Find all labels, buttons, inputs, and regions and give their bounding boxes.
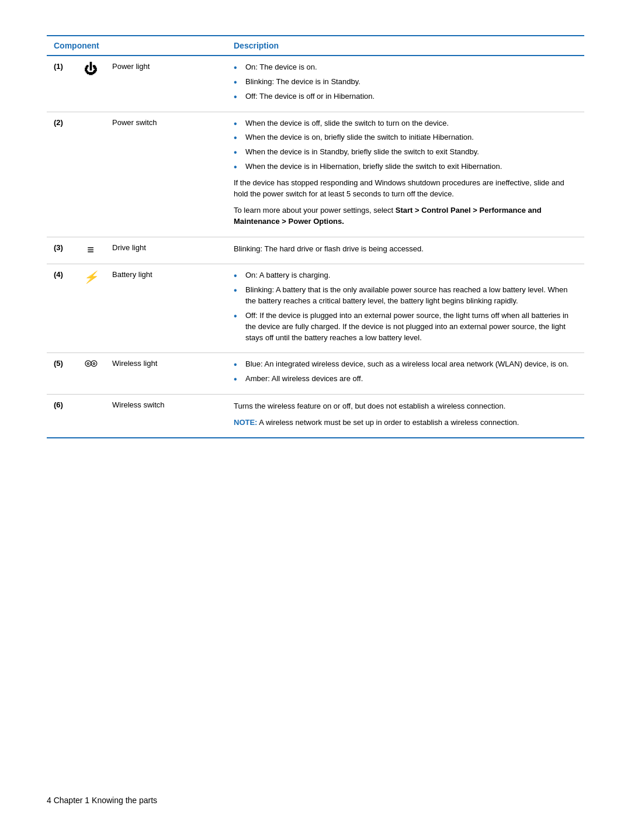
table-row: (1)⏻Power lightOn: The device is on.Blin… bbox=[47, 56, 584, 112]
row-number: (6) bbox=[47, 395, 76, 438]
table-row: (5)⦾⦾Wireless lightBlue: An integrated w… bbox=[47, 353, 584, 395]
row-number: (1) bbox=[47, 56, 76, 112]
row-icon-cell: ≡ bbox=[76, 237, 105, 264]
row-description: When the device is off, slide the switch… bbox=[222, 112, 584, 237]
row-number: (3) bbox=[47, 237, 76, 264]
row-number: (4) bbox=[47, 264, 76, 353]
row-icon-cell: ⏻ bbox=[76, 56, 105, 112]
list-item: Blinking: A battery that is the only ava… bbox=[234, 285, 577, 307]
note-text: NOTE: A wireless network must be set up … bbox=[234, 417, 577, 428]
description-header: Description bbox=[222, 36, 584, 56]
row-description: Blue: An integrated wireless device, suc… bbox=[222, 353, 584, 395]
row-description: Turns the wireless feature on or off, bu… bbox=[222, 395, 584, 438]
row-component-name: Power switch bbox=[105, 112, 222, 237]
row-icon-cell: ⚡ bbox=[76, 264, 105, 353]
row-description: Blinking: The hard drive or flash drive … bbox=[222, 237, 584, 264]
wireless-icon: ⦾⦾ bbox=[85, 359, 96, 368]
list-item: On: The device is on. bbox=[234, 62, 577, 73]
bold-text: Start > Control Panel > Performance and … bbox=[234, 206, 542, 226]
row-description: On: The device is on.Blinking: The devic… bbox=[222, 56, 584, 112]
table-row: (2)Power switchWhen the device is off, s… bbox=[47, 112, 584, 237]
row-number: (5) bbox=[47, 353, 76, 395]
list-item: Amber: All wireless devices are off. bbox=[234, 374, 577, 385]
list-item: When the device is in Standby, briefly s… bbox=[234, 147, 577, 158]
row-icon-cell: ⦾⦾ bbox=[76, 353, 105, 395]
drive-icon: ≡ bbox=[87, 243, 94, 256]
plain-text: Turns the wireless feature on or off, bu… bbox=[234, 400, 577, 412]
table-row: (3)≡Drive lightBlinking: The hard drive … bbox=[47, 237, 584, 264]
power-icon: ⏻ bbox=[84, 62, 97, 77]
battery-icon: ⚡ bbox=[84, 271, 98, 284]
plain-text: Blinking: The hard drive or flash drive … bbox=[234, 243, 577, 255]
list-item: When the device is on, briefly slide the… bbox=[234, 132, 577, 143]
table-row: (4)⚡Battery lightOn: A battery is chargi… bbox=[47, 264, 584, 353]
row-component-name: Drive light bbox=[105, 237, 222, 264]
row-component-name: Power light bbox=[105, 56, 222, 112]
page-footer: 4 Chapter 1 Knowing the parts bbox=[47, 796, 157, 805]
row-component-name: Wireless switch bbox=[105, 395, 222, 438]
plain-text: If the device has stopped responding and… bbox=[234, 177, 577, 200]
list-item: On: A battery is charging. bbox=[234, 270, 577, 281]
row-component-name: Battery light bbox=[105, 264, 222, 353]
table-row: (6)Wireless switchTurns the wireless fea… bbox=[47, 395, 584, 438]
row-component-name: Wireless light bbox=[105, 353, 222, 395]
row-icon-cell bbox=[76, 112, 105, 237]
list-item: Blinking: The device is in Standby. bbox=[234, 77, 577, 88]
table-header: Component Description bbox=[47, 36, 584, 56]
row-number: (2) bbox=[47, 112, 76, 237]
row-icon-cell bbox=[76, 395, 105, 438]
list-item: When the device is in Hibernation, brief… bbox=[234, 161, 577, 172]
list-item: When the device is off, slide the switch… bbox=[234, 118, 577, 129]
footer-text: 4 Chapter 1 Knowing the parts bbox=[47, 796, 157, 805]
list-item: Off: If the device is plugged into an ex… bbox=[234, 310, 577, 344]
list-item: Blue: An integrated wireless device, suc… bbox=[234, 359, 577, 370]
list-item: Off: The device is off or in Hibernation… bbox=[234, 91, 577, 102]
plain-text: To learn more about your power settings,… bbox=[234, 205, 577, 227]
row-description: On: A battery is charging.Blinking: A ba… bbox=[222, 264, 584, 353]
note-label: NOTE: bbox=[234, 418, 257, 427]
component-header: Component bbox=[47, 36, 222, 56]
